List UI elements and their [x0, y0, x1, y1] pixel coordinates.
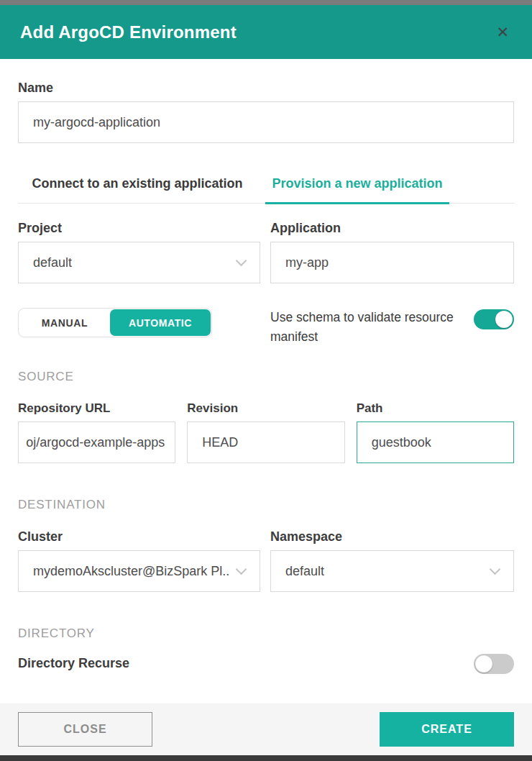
directory-recurse-row: Directory Recurse — [18, 652, 514, 674]
cluster-label: Cluster — [18, 529, 260, 544]
namespace-label: Namespace — [270, 529, 514, 544]
path-field: Path — [357, 401, 514, 463]
tab-provision-new-application[interactable]: Provision a new application — [265, 176, 449, 204]
manual-button[interactable]: MANUAL — [19, 309, 110, 336]
tab-connect-existing-application[interactable]: Connect to an existing application — [18, 176, 257, 203]
source-fields-row: Repository URL Revision Path — [18, 401, 514, 463]
destination-fields-row: Cluster mydemoAkscluster@BizSpark Pl... … — [18, 529, 514, 592]
sync-policy-segmented-control: MANUAL AUTOMATIC — [18, 308, 212, 337]
directory-section-heading: DIRECTORY — [18, 626, 514, 641]
destination-section-heading: DESTINATION — [18, 498, 514, 512]
application-field: Application — [270, 221, 514, 283]
repository-url-label: Repository URL — [18, 401, 175, 416]
application-label: Application — [270, 221, 514, 236]
toggle-knob — [475, 655, 492, 673]
add-argocd-environment-modal: Add ArgoCD Environment ✕ Name Connect to… — [0, 0, 532, 761]
project-selected-value: default — [33, 255, 72, 270]
schema-validate-toggle[interactable] — [474, 309, 514, 329]
project-select[interactable]: default — [18, 242, 260, 283]
cluster-select[interactable]: mydemoAkscluster@BizSpark Pl... — [18, 550, 260, 592]
name-label: Name — [18, 81, 514, 96]
name-field: Name — [18, 81, 514, 143]
modal-footer: CLOSE CREATE — [0, 703, 532, 755]
namespace-selected-value: default — [285, 564, 324, 579]
directory-recurse-toggle[interactable] — [474, 654, 514, 674]
namespace-select[interactable]: default — [270, 550, 514, 592]
application-input[interactable] — [270, 242, 514, 283]
top-strip — [0, 0, 532, 5]
project-application-row: Project default Application — [18, 221, 514, 283]
path-label: Path — [357, 401, 514, 416]
cluster-field: Cluster mydemoAkscluster@BizSpark Pl... — [18, 529, 260, 592]
path-input[interactable] — [357, 421, 514, 463]
toggle-knob — [495, 311, 513, 328]
sync-policy-field: MANUAL AUTOMATIC — [18, 308, 260, 337]
modal-header: Add ArgoCD Environment ✕ — [0, 5, 532, 59]
revision-input[interactable] — [187, 421, 344, 463]
chevron-down-icon — [490, 563, 501, 575]
cluster-selected-value: mydemoAkscluster@BizSpark Pl... — [33, 564, 230, 579]
tabs: Connect to an existing application Provi… — [18, 176, 514, 204]
name-input[interactable] — [18, 101, 514, 143]
source-section-heading: SOURCE — [18, 370, 514, 384]
namespace-field: Namespace default — [270, 529, 514, 592]
modal-title: Add ArgoCD Environment — [20, 22, 237, 42]
revision-label: Revision — [187, 401, 344, 416]
chevron-down-icon — [236, 563, 247, 575]
modal-body: Name Connect to an existing application … — [0, 59, 532, 703]
close-icon[interactable]: ✕ — [493, 22, 512, 42]
chevron-down-icon — [236, 255, 247, 266]
project-label: Project — [18, 221, 260, 236]
schema-toggle-field: Use schema to validate resource manifest — [270, 308, 514, 347]
revision-field: Revision — [187, 401, 344, 463]
repository-url-field: Repository URL — [18, 401, 175, 463]
create-button[interactable]: CREATE — [380, 712, 514, 747]
sync-policy-row: MANUAL AUTOMATIC Use schema to validate … — [18, 308, 514, 347]
automatic-button[interactable]: AUTOMATIC — [110, 309, 211, 336]
directory-recurse-label: Directory Recurse — [18, 656, 129, 671]
schema-toggle-label: Use schema to validate resource manifest — [270, 308, 466, 347]
project-field: Project default — [18, 221, 260, 283]
close-button[interactable]: CLOSE — [18, 712, 152, 747]
repository-url-input[interactable] — [18, 421, 175, 463]
bottom-bar — [0, 755, 532, 761]
